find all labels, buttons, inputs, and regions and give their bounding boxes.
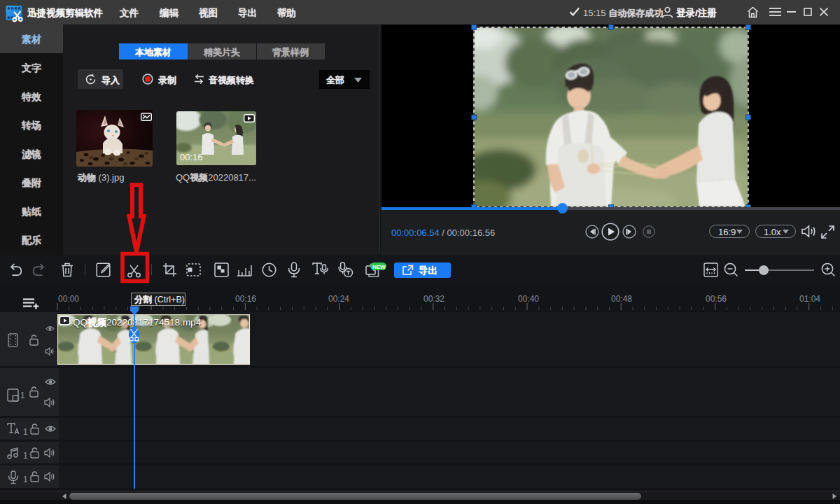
svg-text:00:16: 00:16 xyxy=(180,152,203,162)
